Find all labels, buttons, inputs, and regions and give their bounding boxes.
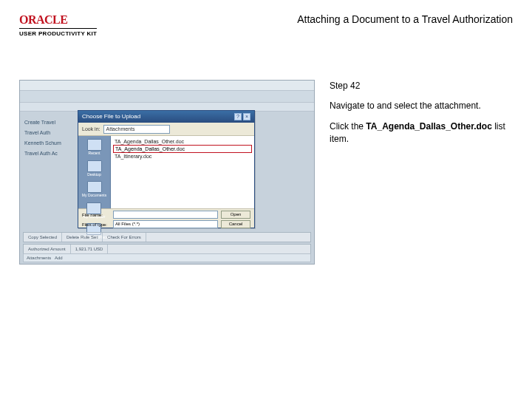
dialog-title-text: Choose File to Upload [82,111,140,123]
upk-subtitle: USER PRODUCTIVITY KIT [19,28,97,37]
bg-side-labels: Create Travel Travel Auth Kenneth Schum … [24,117,76,159]
instruction-line-1: Navigate to and select the attachment. [330,100,513,112]
filetype-dropdown[interactable]: All Files (*.*) [113,220,218,228]
lookin-dropdown[interactable]: Attachments [103,125,170,134]
instruction-panel: Step 42 Navigate to and select the attac… [330,80,513,265]
open-button[interactable]: Open [221,211,250,219]
oracle-logo: ORACLE [19,13,97,27]
instruction-line-2: Click the TA_Agenda_Dallas_Other.doc lis… [330,120,513,146]
filetype-label: Files of type: [82,222,110,227]
step-label: Step 42 [330,80,513,92]
file-open-dialog: Choose File to Upload ?× Look in: Attach… [78,110,255,228]
brand-block: ORACLE USER PRODUCTIVITY KIT [19,13,97,37]
list-item[interactable]: TA_Itinerary.doc [113,153,252,160]
screenshot-mock: ORACLE Create Travel Travel Auth Kenneth… [19,80,315,265]
page-header: ORACLE USER PRODUCTIVITY KIT Attaching a… [19,13,513,37]
dialog-titlebar: Choose File to Upload ?× [78,111,254,123]
list-item[interactable]: TA_Agenda_Dallas_Other.doc [113,138,252,145]
filename-input[interactable] [113,211,218,219]
filename-label: File name: [82,213,110,217]
list-item-highlighted[interactable]: TA_Agenda_Dallas_Other.doc [113,145,252,153]
cancel-button[interactable]: Cancel [221,220,250,228]
window-buttons[interactable]: ?× [233,111,250,123]
lookin-label: Look in: [82,126,100,132]
bg-form-rows: Copy SelectedDelete Rule SetCheck For Er… [23,232,311,256]
places-bar[interactable]: Recent Desktop My Documents My Computer … [78,136,111,208]
dialog-toolbar: Look in: Attachments [78,123,254,136]
file-list[interactable]: TA_Agenda_Dallas_Other.doc TA_Agenda_Dal… [111,136,254,208]
bg-footer: Attachments Add [23,253,311,262]
page-title: Attaching a Document to a Travel Authori… [97,13,513,25]
